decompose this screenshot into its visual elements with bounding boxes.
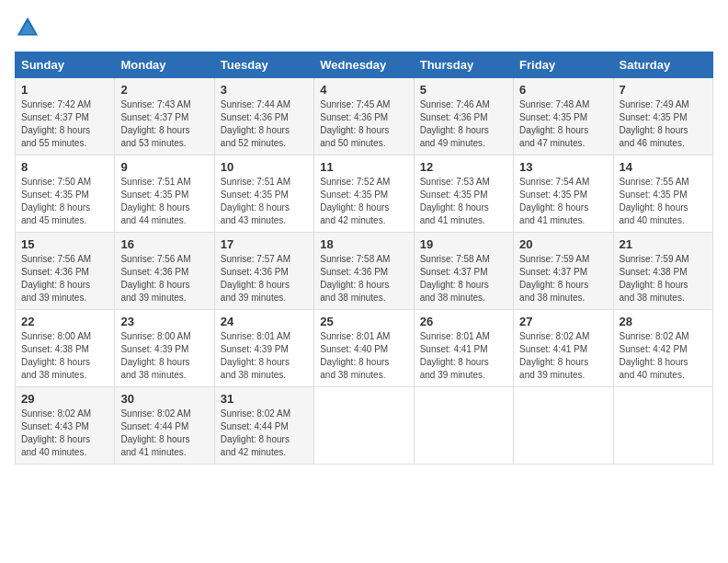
calendar-cell: 9Sunrise: 7:51 AMSunset: 4:35 PMDaylight… bbox=[115, 155, 214, 233]
calendar-cell: 15Sunrise: 7:56 AMSunset: 4:36 PMDayligh… bbox=[16, 233, 115, 310]
day-number: 12 bbox=[420, 160, 507, 174]
calendar-cell: 3Sunrise: 7:44 AMSunset: 4:36 PMDaylight… bbox=[214, 78, 313, 155]
day-number: 3 bbox=[221, 83, 308, 97]
calendar-cell: 16Sunrise: 7:56 AMSunset: 4:36 PMDayligh… bbox=[115, 233, 214, 310]
cell-info: Sunrise: 7:48 AMSunset: 4:35 PMDaylight:… bbox=[519, 99, 589, 148]
day-number: 15 bbox=[21, 237, 108, 251]
header-day: Thursday bbox=[414, 52, 513, 78]
cell-info: Sunrise: 7:59 AMSunset: 4:37 PMDaylight:… bbox=[519, 254, 589, 303]
calendar-cell: 28Sunrise: 8:02 AMSunset: 4:42 PMDayligh… bbox=[613, 310, 712, 387]
logo-icon bbox=[15, 15, 40, 40]
cell-info: Sunrise: 7:54 AMSunset: 4:35 PMDaylight:… bbox=[519, 177, 589, 225]
cell-info: Sunrise: 7:59 AMSunset: 4:38 PMDaylight:… bbox=[620, 254, 689, 303]
cell-info: Sunrise: 7:51 AMSunset: 4:35 PMDaylight:… bbox=[120, 177, 190, 225]
calendar-week-row: 22Sunrise: 8:00 AMSunset: 4:38 PMDayligh… bbox=[16, 310, 713, 387]
calendar-cell: 21Sunrise: 7:59 AMSunset: 4:38 PMDayligh… bbox=[613, 233, 712, 310]
header-day: Saturday bbox=[613, 52, 712, 78]
cell-info: Sunrise: 8:02 AMSunset: 4:42 PMDaylight:… bbox=[620, 331, 689, 380]
calendar-cell bbox=[314, 387, 414, 465]
cell-info: Sunrise: 7:56 AMSunset: 4:36 PMDaylight:… bbox=[120, 254, 190, 303]
calendar-cell bbox=[414, 387, 513, 465]
day-number: 17 bbox=[221, 237, 308, 251]
cell-info: Sunrise: 8:00 AMSunset: 4:39 PMDaylight:… bbox=[120, 331, 190, 380]
calendar-cell: 1Sunrise: 7:42 AMSunset: 4:37 PMDaylight… bbox=[16, 78, 115, 155]
calendar-week-row: 8Sunrise: 7:50 AMSunset: 4:35 PMDaylight… bbox=[16, 155, 713, 233]
calendar-cell: 11Sunrise: 7:52 AMSunset: 4:35 PMDayligh… bbox=[314, 155, 414, 233]
calendar-cell: 17Sunrise: 7:57 AMSunset: 4:36 PMDayligh… bbox=[214, 233, 313, 310]
day-number: 14 bbox=[620, 160, 707, 174]
cell-info: Sunrise: 7:57 AMSunset: 4:36 PMDaylight:… bbox=[221, 254, 290, 303]
calendar-cell bbox=[613, 387, 712, 465]
cell-info: Sunrise: 7:43 AMSunset: 4:37 PMDaylight:… bbox=[120, 99, 190, 148]
cell-info: Sunrise: 7:58 AMSunset: 4:37 PMDaylight:… bbox=[420, 254, 490, 303]
day-number: 23 bbox=[120, 315, 208, 328]
day-number: 19 bbox=[420, 237, 507, 251]
calendar-cell: 18Sunrise: 7:58 AMSunset: 4:36 PMDayligh… bbox=[314, 233, 414, 310]
calendar-cell: 26Sunrise: 8:01 AMSunset: 4:41 PMDayligh… bbox=[414, 310, 513, 387]
cell-info: Sunrise: 7:42 AMSunset: 4:37 PMDaylight:… bbox=[21, 99, 91, 148]
calendar-cell: 8Sunrise: 7:50 AMSunset: 4:35 PMDaylight… bbox=[16, 155, 115, 233]
calendar-cell: 5Sunrise: 7:46 AMSunset: 4:36 PMDaylight… bbox=[414, 78, 513, 155]
day-number: 28 bbox=[620, 315, 707, 328]
calendar-cell: 24Sunrise: 8:01 AMSunset: 4:39 PMDayligh… bbox=[214, 310, 313, 387]
cell-info: Sunrise: 8:01 AMSunset: 4:40 PMDaylight:… bbox=[320, 331, 390, 380]
calendar-cell: 13Sunrise: 7:54 AMSunset: 4:35 PMDayligh… bbox=[514, 155, 613, 233]
calendar-cell: 25Sunrise: 8:01 AMSunset: 4:40 PMDayligh… bbox=[314, 310, 414, 387]
calendar-cell: 12Sunrise: 7:53 AMSunset: 4:35 PMDayligh… bbox=[414, 155, 513, 233]
logo bbox=[15, 15, 44, 40]
calendar-week-row: 15Sunrise: 7:56 AMSunset: 4:36 PMDayligh… bbox=[16, 233, 713, 310]
header-day: Tuesday bbox=[214, 52, 313, 78]
cell-info: Sunrise: 7:49 AMSunset: 4:35 PMDaylight:… bbox=[620, 99, 689, 148]
calendar-cell: 20Sunrise: 7:59 AMSunset: 4:37 PMDayligh… bbox=[514, 233, 613, 310]
day-number: 10 bbox=[221, 160, 308, 174]
calendar-cell: 6Sunrise: 7:48 AMSunset: 4:35 PMDaylight… bbox=[514, 78, 613, 155]
day-number: 30 bbox=[120, 392, 208, 406]
cell-info: Sunrise: 7:46 AMSunset: 4:36 PMDaylight:… bbox=[420, 99, 490, 148]
day-number: 1 bbox=[21, 83, 108, 97]
calendar-week-row: 29Sunrise: 8:02 AMSunset: 4:43 PMDayligh… bbox=[16, 387, 713, 465]
calendar-cell: 29Sunrise: 8:02 AMSunset: 4:43 PMDayligh… bbox=[16, 387, 115, 465]
header-day: Monday bbox=[115, 52, 214, 78]
calendar-cell: 7Sunrise: 7:49 AMSunset: 4:35 PMDaylight… bbox=[613, 78, 712, 155]
day-number: 8 bbox=[21, 160, 108, 174]
cell-info: Sunrise: 7:50 AMSunset: 4:35 PMDaylight:… bbox=[21, 177, 91, 225]
cell-info: Sunrise: 8:02 AMSunset: 4:44 PMDaylight:… bbox=[120, 408, 190, 457]
cell-info: Sunrise: 7:55 AMSunset: 4:35 PMDaylight:… bbox=[620, 177, 689, 225]
day-number: 22 bbox=[21, 315, 108, 328]
calendar-cell bbox=[514, 387, 613, 465]
calendar-cell: 14Sunrise: 7:55 AMSunset: 4:35 PMDayligh… bbox=[613, 155, 712, 233]
calendar-cell: 10Sunrise: 7:51 AMSunset: 4:35 PMDayligh… bbox=[214, 155, 313, 233]
header-row: SundayMondayTuesdayWednesdayThursdayFrid… bbox=[16, 52, 713, 78]
page-header bbox=[15, 15, 713, 40]
calendar-cell: 30Sunrise: 8:02 AMSunset: 4:44 PMDayligh… bbox=[115, 387, 214, 465]
day-number: 13 bbox=[519, 160, 607, 174]
day-number: 26 bbox=[420, 315, 507, 328]
header-day: Wednesday bbox=[314, 52, 414, 78]
cell-info: Sunrise: 7:53 AMSunset: 4:35 PMDaylight:… bbox=[420, 177, 490, 225]
cell-info: Sunrise: 7:58 AMSunset: 4:36 PMDaylight:… bbox=[320, 254, 390, 303]
day-number: 11 bbox=[320, 160, 407, 174]
day-number: 25 bbox=[320, 315, 407, 328]
cell-info: Sunrise: 8:01 AMSunset: 4:39 PMDaylight:… bbox=[221, 331, 290, 380]
calendar-cell: 27Sunrise: 8:02 AMSunset: 4:41 PMDayligh… bbox=[514, 310, 613, 387]
day-number: 4 bbox=[320, 83, 407, 97]
day-number: 16 bbox=[120, 237, 208, 251]
calendar-cell: 22Sunrise: 8:00 AMSunset: 4:38 PMDayligh… bbox=[16, 310, 115, 387]
day-number: 5 bbox=[420, 83, 507, 97]
day-number: 6 bbox=[519, 83, 607, 97]
header-day: Friday bbox=[514, 52, 613, 78]
day-number: 31 bbox=[221, 392, 308, 406]
calendar-cell: 2Sunrise: 7:43 AMSunset: 4:37 PMDaylight… bbox=[115, 78, 214, 155]
cell-info: Sunrise: 7:56 AMSunset: 4:36 PMDaylight:… bbox=[21, 254, 91, 303]
calendar-cell: 4Sunrise: 7:45 AMSunset: 4:36 PMDaylight… bbox=[314, 78, 414, 155]
day-number: 18 bbox=[320, 237, 407, 251]
day-number: 7 bbox=[620, 83, 707, 97]
calendar-cell: 31Sunrise: 8:02 AMSunset: 4:44 PMDayligh… bbox=[214, 387, 313, 465]
day-number: 9 bbox=[120, 160, 208, 174]
day-number: 21 bbox=[620, 237, 707, 251]
day-number: 2 bbox=[120, 83, 208, 97]
day-number: 29 bbox=[21, 392, 108, 406]
cell-info: Sunrise: 8:01 AMSunset: 4:41 PMDaylight:… bbox=[420, 331, 490, 380]
cell-info: Sunrise: 7:51 AMSunset: 4:35 PMDaylight:… bbox=[221, 177, 290, 225]
cell-info: Sunrise: 8:00 AMSunset: 4:38 PMDaylight:… bbox=[21, 331, 91, 380]
